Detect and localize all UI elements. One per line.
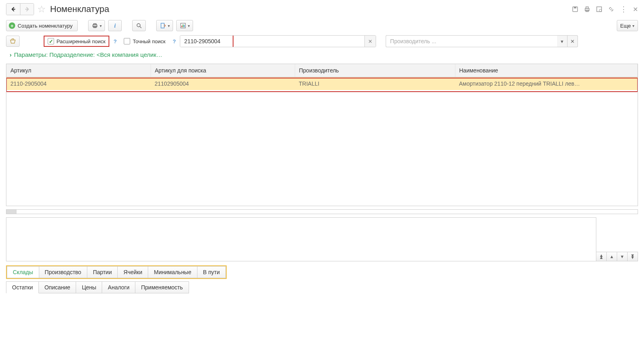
col-search-article[interactable]: Артикул для поиска: [151, 64, 295, 77]
svg-point-12: [137, 24, 140, 27]
table-row[interactable]: 2110-2905004 21102905004 TRIALLI Амортиз…: [6, 77, 638, 90]
search-input[interactable]: [180, 36, 364, 47]
chart-icon: [180, 22, 186, 29]
svg-rect-5: [586, 7, 588, 8]
action2-dropdown-button[interactable]: [176, 20, 193, 31]
more-button[interactable]: Еще: [617, 20, 638, 31]
favorite-star-icon[interactable]: ☆: [37, 4, 46, 15]
info-icon: i: [114, 22, 116, 29]
document-icon: [160, 22, 166, 29]
checkbox-unchecked-icon: [124, 38, 130, 44]
tab-prices[interactable]: Цены: [76, 281, 102, 293]
double-down-icon: ▼▼: [630, 255, 635, 259]
memo-nav-buttons: ▲▲ ▲ ▼ ▼▼: [596, 217, 638, 261]
action1-dropdown-button[interactable]: [156, 20, 173, 31]
tab-applicability[interactable]: Применяемость: [135, 281, 189, 293]
cell-search-article: 21102905004: [151, 77, 295, 90]
help-icon-2[interactable]: ?: [173, 38, 176, 44]
toolbar: + Создать номенклатуру i Еще: [0, 18, 644, 34]
table-header-row: Артикул Артикул для поиска Производитель…: [6, 64, 638, 77]
horizontal-scrollbar[interactable]: [6, 209, 638, 214]
extended-search-label: Расширенный поиск: [56, 38, 105, 44]
tab-batches[interactable]: Партии: [87, 266, 118, 278]
tabs-upper: Склады Производство Партии Ячейки Минима…: [6, 265, 227, 279]
create-nomenclature-button[interactable]: + Создать номенклатуру: [6, 20, 78, 31]
scroll-top-button[interactable]: ▲▲: [596, 252, 607, 261]
svg-rect-3: [574, 7, 576, 8]
params-toggle[interactable]: Параметры: Подразделение: <Вся компания …: [10, 51, 162, 58]
svg-rect-18: [184, 25, 185, 27]
save-icon[interactable]: [572, 6, 578, 12]
info-button[interactable]: i: [108, 20, 122, 31]
svg-rect-17: [183, 24, 183, 27]
table-container: Артикул Артикул для поиска Производитель…: [6, 64, 638, 206]
scroll-down-button[interactable]: ▼: [617, 252, 628, 261]
down-icon: ▼: [620, 254, 624, 259]
more-menu-icon[interactable]: ⋮: [620, 5, 627, 14]
print-dropdown-button[interactable]: [88, 20, 105, 31]
params-row: Параметры: Подразделение: <Вся компания …: [0, 51, 644, 61]
svg-rect-16: [181, 26, 182, 27]
tab-warehouses[interactable]: Склады: [7, 266, 39, 278]
double-up-icon: ▲▲: [599, 255, 604, 259]
print-icon[interactable]: [584, 6, 590, 12]
cell-article: 2110-2905004: [6, 77, 151, 90]
report-icon[interactable]: [596, 6, 602, 12]
manufacturer-input[interactable]: [386, 35, 557, 47]
back-button[interactable]: [6, 4, 20, 15]
tabs-lower: Остатки Описание Цены Аналоги Применяемо…: [6, 281, 638, 293]
filter-row: ✓ Расширенный поиск ? Точный поиск ? ✕ ▾…: [0, 34, 644, 51]
help-icon[interactable]: ?: [113, 38, 117, 44]
extended-search-checkbox-wrap[interactable]: ✓ Расширенный поиск: [44, 36, 109, 47]
exact-search-label: Точный поиск: [133, 38, 165, 44]
create-label: Создать номенклатуру: [18, 23, 72, 29]
tab-production[interactable]: Производство: [39, 266, 87, 278]
plus-icon: +: [9, 22, 15, 29]
magnifier-icon: [136, 22, 142, 29]
memo-textarea[interactable]: [6, 217, 596, 261]
memo-area: ▲▲ ▲ ▼ ▼▼: [6, 217, 638, 261]
search-input-wrap: ✕: [180, 35, 376, 47]
up-icon: ▲: [610, 254, 614, 259]
clear-search-button[interactable]: ✕: [364, 36, 376, 47]
svg-rect-14: [161, 23, 164, 28]
scroll-up-button[interactable]: ▲: [607, 252, 617, 261]
header: ☆ Номенклатура ⋮ ✕: [0, 0, 644, 18]
search-button[interactable]: [132, 20, 146, 31]
svg-line-13: [140, 26, 141, 28]
checkbox-checked-icon: ✓: [48, 38, 54, 44]
nav-buttons: [6, 3, 34, 15]
tab-intransit[interactable]: В пути: [197, 266, 226, 278]
scroll-bottom-button[interactable]: ▼▼: [628, 252, 638, 261]
link-icon[interactable]: [608, 6, 614, 12]
svg-point-8: [599, 9, 602, 12]
manufacturer-dropdown-button[interactable]: ▾: [557, 35, 568, 47]
printer-icon: [92, 22, 98, 29]
forward-button[interactable]: [20, 4, 34, 15]
manufacturer-combo: ▾ ✕: [386, 35, 578, 47]
tab-minimums[interactable]: Минимальные: [148, 266, 197, 278]
arrow-left-icon: [10, 6, 16, 12]
col-article[interactable]: Артикул: [6, 64, 151, 77]
cell-manufacturer: TRIALLI: [295, 77, 455, 90]
arrow-right-icon: [24, 6, 30, 12]
tab-stock[interactable]: Остатки: [6, 281, 39, 293]
basket-button[interactable]: [6, 36, 20, 47]
results-table: Артикул Артикул для поиска Производитель…: [6, 64, 638, 90]
tab-description[interactable]: Описание: [39, 281, 76, 293]
page-title: Номенклатура: [50, 4, 109, 14]
svg-rect-10: [94, 24, 96, 25]
manufacturer-clear-button[interactable]: ✕: [568, 35, 578, 47]
col-name[interactable]: Наименование: [455, 64, 638, 77]
header-actions: ⋮ ✕: [572, 5, 638, 14]
close-icon[interactable]: ✕: [633, 6, 638, 13]
col-manufacturer[interactable]: Производитель: [295, 64, 455, 77]
more-label: Еще: [620, 23, 631, 29]
tab-cells[interactable]: Ячейки: [118, 266, 148, 278]
tab-analogs[interactable]: Аналоги: [102, 281, 135, 293]
exact-search-checkbox-wrap[interactable]: Точный поиск: [121, 36, 169, 46]
cell-name: Амортизатор 2110-12 передний TRIALLI лев…: [455, 77, 638, 90]
basket-icon: [10, 38, 16, 44]
